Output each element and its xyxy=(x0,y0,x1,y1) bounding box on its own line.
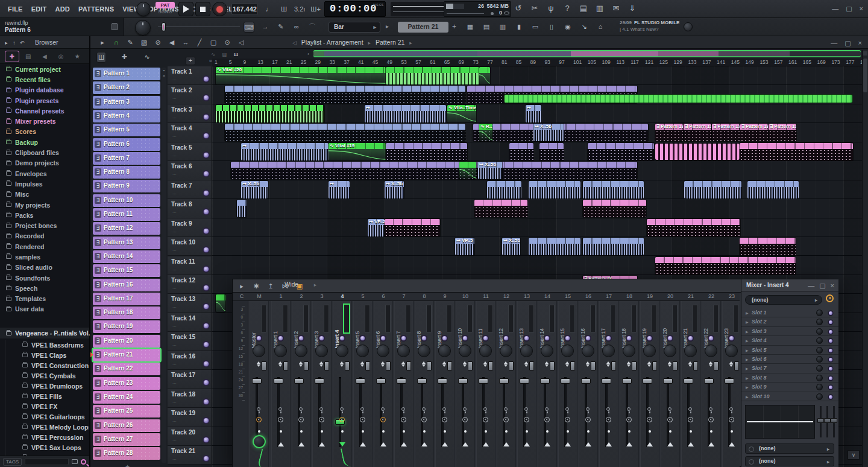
mini-fader[interactable] xyxy=(324,361,329,370)
multilink-icon[interactable]: ∞ xyxy=(292,22,301,33)
slot-led[interactable] xyxy=(829,320,832,324)
mixer-strip[interactable]: Insert 5 xyxy=(353,301,373,467)
main-pitch-knob[interactable] xyxy=(135,20,151,36)
stereo-sep-control[interactable] xyxy=(319,361,323,367)
overdub-icon[interactable]: Ш+ xyxy=(310,4,321,14)
slot-knob[interactable] xyxy=(816,393,823,400)
clock-icon[interactable] xyxy=(565,417,570,422)
track-mute-led[interactable] xyxy=(204,342,209,347)
stereo-sep-control[interactable] xyxy=(299,361,303,367)
clip-bluew[interactable]: ↦ xyxy=(365,105,446,122)
stereo-sep-control[interactable] xyxy=(257,361,260,367)
mixer-strip[interactable]: Insert 11 xyxy=(476,301,495,467)
strip-led[interactable] xyxy=(545,336,549,340)
pattern-item[interactable]: ∃Pattern 9 xyxy=(93,180,160,192)
stereo-sep-control[interactable] xyxy=(545,361,549,367)
track-header[interactable]: Track 15... xyxy=(168,332,212,351)
mixer-strip[interactable]: Insert 9 xyxy=(435,301,454,467)
mixer-strip[interactable]: Insert 4 xyxy=(333,301,352,467)
mixer-strip-number[interactable]: 13 xyxy=(524,293,530,299)
browser-item[interactable]: Current project xyxy=(0,64,89,74)
channel-rack-icon[interactable]: ▥ xyxy=(498,22,508,31)
route-arrow-icon[interactable] xyxy=(647,442,653,446)
pat-song-toggle[interactable]: PAT SONG xyxy=(156,2,175,17)
strip-knob[interactable] xyxy=(541,345,553,357)
route-arrow-icon[interactable] xyxy=(729,442,735,446)
timeline-ruler[interactable]: 1591317212529333741454953576165697377818… xyxy=(212,59,862,66)
strip-knob[interactable] xyxy=(479,345,492,357)
track-header[interactable]: Track 5... xyxy=(168,142,212,161)
menu-item-patterns[interactable]: PATTERNS xyxy=(74,5,118,13)
browser-item[interactable]: My projects xyxy=(0,200,89,210)
track-mute-led[interactable] xyxy=(204,456,209,461)
track-mute-led[interactable] xyxy=(204,380,209,385)
browser-item[interactable]: User data xyxy=(0,304,89,314)
clip-bluew[interactable] xyxy=(529,238,580,255)
pattern-menu-icon[interactable]: ∃ xyxy=(95,141,101,148)
effect-slot[interactable]: ▶Slot 7 xyxy=(741,364,838,373)
clip-bluew[interactable]: ↦ VP..2 xyxy=(368,219,385,237)
mixer-strip[interactable]: Insert 6 xyxy=(374,301,393,467)
pattern-menu-icon[interactable]: ∃ xyxy=(95,84,101,91)
lamp-icon[interactable] xyxy=(483,407,487,411)
up-icon[interactable]: ↑ xyxy=(10,38,18,48)
track-header[interactable]: Track 6... xyxy=(168,161,212,180)
mixer-strip-number[interactable]: 7 xyxy=(402,293,405,299)
clip-gbar[interactable] xyxy=(505,95,852,103)
strip-led[interactable] xyxy=(257,336,261,340)
route-arrow-icon[interactable] xyxy=(442,442,448,446)
track-header[interactable]: Track 17... xyxy=(168,370,212,389)
delete-icon[interactable]: ⊘ xyxy=(153,37,163,47)
mini-fader[interactable] xyxy=(652,361,657,370)
mini-fader[interactable] xyxy=(550,361,555,370)
pattern-item[interactable]: ∃Pattern 22 xyxy=(93,363,160,375)
clip-pink[interactable]: ∃ Pattern 13 xyxy=(740,124,768,141)
track-header[interactable]: Track 3... xyxy=(168,104,212,123)
clock-icon[interactable] xyxy=(483,417,488,422)
pattern-menu-icon[interactable]: ∃ xyxy=(95,281,101,288)
track-header[interactable]: Track 18... xyxy=(168,389,212,408)
effect-slot[interactable]: ▶Slot 4 xyxy=(741,336,838,345)
clip-bluew[interactable]: ↦ VP..5 xyxy=(455,238,474,255)
fader-handle[interactable] xyxy=(315,378,324,384)
stereo-sep-control[interactable] xyxy=(524,361,528,367)
clip-purple[interactable] xyxy=(231,162,466,179)
clip-blue[interactable] xyxy=(225,86,465,103)
strip-led[interactable] xyxy=(606,336,611,340)
mono-dot[interactable] xyxy=(485,430,487,433)
mixer-strip[interactable]: Insert 19 xyxy=(640,301,659,467)
track-header[interactable]: Track 8... xyxy=(168,199,212,218)
clip-purple[interactable] xyxy=(386,143,467,160)
clip-gauto[interactable]: ∿ R..f xyxy=(479,124,492,141)
stereo-sep-control[interactable] xyxy=(381,361,385,367)
slice-icon[interactable]: ╱ xyxy=(195,37,204,47)
pattern-item[interactable]: ∃Pattern 4 xyxy=(93,110,160,122)
detach-icon[interactable]: ✱ xyxy=(251,281,261,291)
strip-knob[interactable] xyxy=(561,345,574,357)
browser-item[interactable]: Plugin database xyxy=(0,85,89,95)
clip-blue[interactable] xyxy=(225,124,465,141)
track-header[interactable]: Track 12... xyxy=(168,275,212,294)
mute-icon[interactable]: ◀ xyxy=(167,37,177,47)
route-arrow-icon[interactable] xyxy=(339,442,345,446)
main-volume-knob[interactable] xyxy=(136,2,151,16)
lamp-icon[interactable] xyxy=(668,407,671,411)
slot-led[interactable] xyxy=(829,376,832,380)
stereo-sep-control[interactable] xyxy=(278,361,282,367)
mono-dot[interactable] xyxy=(587,430,590,433)
clock-icon[interactable] xyxy=(360,417,365,422)
strip-knob[interactable] xyxy=(438,345,451,357)
route-arrow-icon[interactable] xyxy=(421,442,427,446)
mixer-strip[interactable]: Insert 16 xyxy=(579,301,598,467)
tags-button[interactable]: TAGS xyxy=(3,458,22,466)
pattern-selector[interactable]: Pattern 21 xyxy=(398,22,448,33)
pattern-item[interactable]: ∃Pattern 5 xyxy=(93,124,160,136)
mixer-strip-number[interactable]: 5 xyxy=(361,293,364,299)
stereo-sep-control[interactable] xyxy=(709,361,712,367)
clock-icon[interactable] xyxy=(421,417,427,422)
playlist-window-minimize-icon[interactable]: — xyxy=(831,39,837,46)
mixer-icon[interactable]: ▮ xyxy=(514,22,524,31)
mixer-menu-icon[interactable]: ▸ xyxy=(237,281,247,291)
track-mute-led[interactable] xyxy=(204,153,209,157)
mini-fader[interactable] xyxy=(262,361,266,370)
